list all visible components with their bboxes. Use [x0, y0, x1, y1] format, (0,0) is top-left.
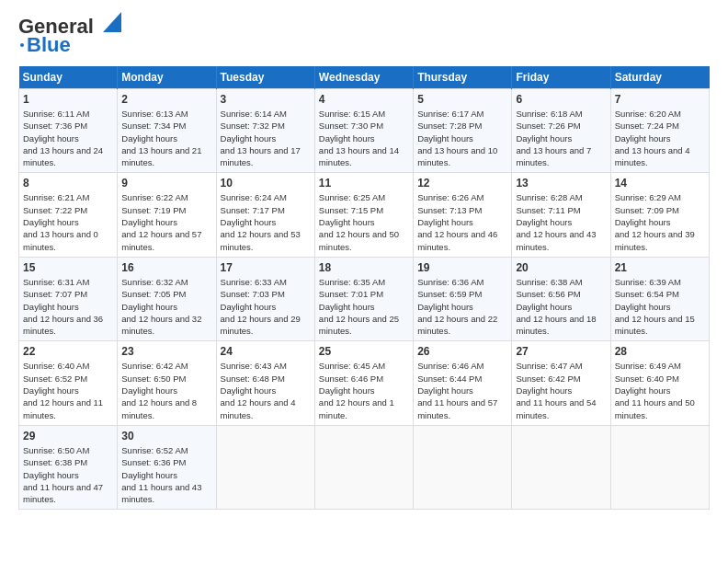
day-detail: Sunrise: 6:20 AMSunset: 7:24 PMDaylight …: [615, 109, 690, 167]
svg-marker-0: [103, 12, 121, 32]
calendar-cell: 10 Sunrise: 6:24 AMSunset: 7:17 PMDaylig…: [216, 173, 314, 257]
calendar-cell: 17 Sunrise: 6:33 AMSunset: 7:03 PMDaylig…: [216, 257, 314, 340]
day-detail: Sunrise: 6:40 AMSunset: 6:52 PMDaylight …: [23, 361, 103, 419]
calendar-cell: 2 Sunrise: 6:13 AMSunset: 7:34 PMDayligh…: [118, 89, 216, 173]
calendar-cell: 30 Sunrise: 6:52 AMSunset: 6:36 PMDaylig…: [118, 425, 216, 509]
day-number: 28: [615, 345, 705, 358]
day-number: 11: [319, 177, 409, 190]
logo: General Blue: [18, 15, 121, 57]
day-header-sunday: Sunday: [19, 66, 118, 89]
day-detail: Sunrise: 6:45 AMSunset: 6:46 PMDaylight …: [319, 361, 394, 419]
day-number: 27: [516, 345, 606, 358]
day-detail: Sunrise: 6:11 AMSunset: 7:36 PMDaylight …: [23, 109, 103, 167]
day-number: 3: [221, 93, 311, 106]
day-number: 25: [319, 345, 409, 358]
day-detail: Sunrise: 6:18 AMSunset: 7:26 PMDaylight …: [516, 109, 591, 167]
day-header-monday: Monday: [118, 66, 216, 89]
calendar-cell: 12 Sunrise: 6:26 AMSunset: 7:13 PMDaylig…: [414, 173, 512, 257]
day-number: 26: [417, 345, 507, 358]
logo-blue: Blue: [27, 33, 71, 57]
calendar-cell: 4 Sunrise: 6:15 AMSunset: 7:30 PMDayligh…: [314, 89, 413, 173]
calendar-cell: 23 Sunrise: 6:42 AMSunset: 6:50 PMDaylig…: [118, 341, 216, 425]
day-detail: Sunrise: 6:22 AMSunset: 7:19 PMDaylight …: [121, 192, 201, 251]
calendar-cell: 16 Sunrise: 6:32 AMSunset: 7:05 PMDaylig…: [118, 257, 216, 340]
day-number: 30: [121, 430, 211, 442]
week-row-1: 1 Sunrise: 6:11 AMSunset: 7:36 PMDayligh…: [19, 89, 710, 173]
calendar-cell: 11 Sunrise: 6:25 AMSunset: 7:15 PMDaylig…: [314, 173, 413, 257]
calendar-cell: 9 Sunrise: 6:22 AMSunset: 7:19 PMDayligh…: [118, 173, 216, 257]
calendar-cell: 14 Sunrise: 6:29 AMSunset: 7:09 PMDaylig…: [610, 173, 709, 257]
day-number: 24: [221, 345, 311, 358]
calendar-cell: 6 Sunrise: 6:18 AMSunset: 7:26 PMDayligh…: [512, 89, 610, 173]
day-number: 21: [615, 261, 705, 274]
day-detail: Sunrise: 6:24 AMSunset: 7:17 PMDaylight …: [221, 192, 301, 251]
day-detail: Sunrise: 6:50 AMSunset: 6:38 PMDaylight …: [23, 445, 103, 504]
logo-icon: [96, 12, 121, 38]
week-row-5: 29 Sunrise: 6:50 AMSunset: 6:38 PMDaylig…: [19, 425, 710, 509]
day-detail: Sunrise: 6:15 AMSunset: 7:30 PMDaylight …: [319, 109, 399, 167]
calendar-cell: [314, 425, 413, 509]
day-number: 29: [23, 430, 113, 442]
calendar-table: SundayMondayTuesdayWednesdayThursdayFrid…: [18, 66, 710, 510]
day-number: 17: [221, 261, 311, 274]
day-detail: Sunrise: 6:42 AMSunset: 6:50 PMDaylight …: [121, 361, 197, 419]
calendar-cell: 5 Sunrise: 6:17 AMSunset: 7:28 PMDayligh…: [414, 89, 512, 173]
day-number: 12: [417, 177, 507, 190]
day-number: 18: [319, 261, 409, 274]
calendar-cell: 7 Sunrise: 6:20 AMSunset: 7:24 PMDayligh…: [610, 89, 709, 173]
day-number: 23: [121, 345, 211, 358]
day-number: 14: [615, 177, 705, 190]
day-detail: Sunrise: 6:46 AMSunset: 6:44 PMDaylight …: [417, 361, 497, 419]
day-detail: Sunrise: 6:32 AMSunset: 7:05 PMDaylight …: [121, 277, 201, 336]
calendar-cell: 25 Sunrise: 6:45 AMSunset: 6:46 PMDaylig…: [314, 341, 413, 425]
day-detail: Sunrise: 6:39 AMSunset: 6:54 PMDaylight …: [615, 277, 695, 336]
calendar-cell: 21 Sunrise: 6:39 AMSunset: 6:54 PMDaylig…: [610, 257, 709, 340]
day-number: 6: [516, 93, 606, 106]
day-detail: Sunrise: 6:49 AMSunset: 6:40 PMDaylight …: [615, 361, 695, 419]
day-detail: Sunrise: 6:43 AMSunset: 6:48 PMDaylight …: [221, 361, 296, 419]
day-number: 8: [23, 177, 113, 190]
calendar-cell: [610, 425, 709, 509]
week-row-4: 22 Sunrise: 6:40 AMSunset: 6:52 PMDaylig…: [19, 341, 710, 425]
calendar-cell: 3 Sunrise: 6:14 AMSunset: 7:32 PMDayligh…: [216, 89, 314, 173]
calendar-cell: 22 Sunrise: 6:40 AMSunset: 6:52 PMDaylig…: [19, 341, 118, 425]
day-number: 22: [23, 345, 113, 358]
week-row-3: 15 Sunrise: 6:31 AMSunset: 7:07 PMDaylig…: [19, 257, 710, 340]
day-number: 1: [23, 93, 113, 106]
calendar-cell: 18 Sunrise: 6:35 AMSunset: 7:01 PMDaylig…: [314, 257, 413, 340]
day-number: 5: [417, 93, 507, 106]
day-detail: Sunrise: 6:31 AMSunset: 7:07 PMDaylight …: [23, 277, 103, 336]
calendar-cell: 26 Sunrise: 6:46 AMSunset: 6:44 PMDaylig…: [414, 341, 512, 425]
day-detail: Sunrise: 6:35 AMSunset: 7:01 PMDaylight …: [319, 277, 399, 336]
calendar-cell: 13 Sunrise: 6:28 AMSunset: 7:11 PMDaylig…: [512, 173, 610, 257]
day-detail: Sunrise: 6:26 AMSunset: 7:13 PMDaylight …: [417, 192, 497, 251]
day-detail: Sunrise: 6:14 AMSunset: 7:32 PMDaylight …: [221, 109, 301, 167]
calendar-cell: 8 Sunrise: 6:21 AMSunset: 7:22 PMDayligh…: [19, 173, 118, 257]
day-header-thursday: Thursday: [414, 66, 512, 89]
calendar-cell: [216, 425, 314, 509]
calendar-cell: 24 Sunrise: 6:43 AMSunset: 6:48 PMDaylig…: [216, 341, 314, 425]
calendar-cell: 27 Sunrise: 6:47 AMSunset: 6:42 PMDaylig…: [512, 341, 610, 425]
day-number: 13: [516, 177, 606, 190]
calendar-cell: 28 Sunrise: 6:49 AMSunset: 6:40 PMDaylig…: [610, 341, 709, 425]
day-number: 19: [417, 261, 507, 274]
day-detail: Sunrise: 6:38 AMSunset: 6:56 PMDaylight …: [516, 277, 596, 336]
day-number: 9: [121, 177, 211, 190]
page-header: General Blue: [18, 15, 710, 57]
day-detail: Sunrise: 6:29 AMSunset: 7:09 PMDaylight …: [615, 192, 695, 251]
calendar-cell: 19 Sunrise: 6:36 AMSunset: 6:59 PMDaylig…: [414, 257, 512, 340]
calendar-cell: [414, 425, 512, 509]
day-detail: Sunrise: 6:25 AMSunset: 7:15 PMDaylight …: [319, 192, 399, 251]
day-number: 15: [23, 261, 113, 274]
calendar-cell: [512, 425, 610, 509]
day-number: 4: [319, 93, 409, 106]
day-detail: Sunrise: 6:28 AMSunset: 7:11 PMDaylight …: [516, 192, 596, 251]
day-number: 16: [121, 261, 211, 274]
calendar-cell: 20 Sunrise: 6:38 AMSunset: 6:56 PMDaylig…: [512, 257, 610, 340]
week-row-2: 8 Sunrise: 6:21 AMSunset: 7:22 PMDayligh…: [19, 173, 710, 257]
day-detail: Sunrise: 6:47 AMSunset: 6:42 PMDaylight …: [516, 361, 596, 419]
calendar-cell: 15 Sunrise: 6:31 AMSunset: 7:07 PMDaylig…: [19, 257, 118, 340]
day-detail: Sunrise: 6:21 AMSunset: 7:22 PMDaylight …: [23, 192, 98, 251]
day-number: 7: [615, 93, 705, 106]
day-number: 2: [121, 93, 211, 106]
